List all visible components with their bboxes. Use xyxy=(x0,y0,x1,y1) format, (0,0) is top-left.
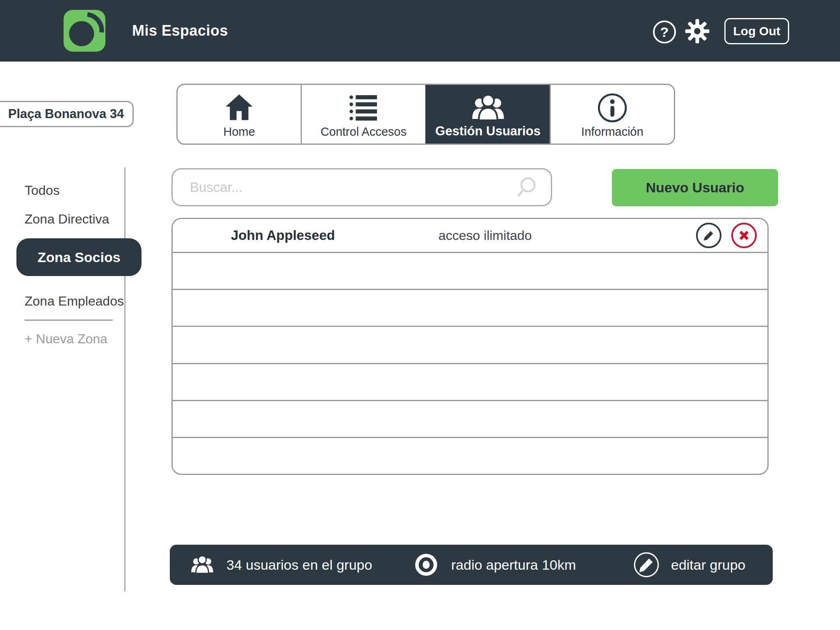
users-icon xyxy=(427,91,550,125)
x-icon xyxy=(736,227,752,244)
user-table: John Appleseed acceso ilimitado xyxy=(171,218,769,475)
table-row-empty xyxy=(173,252,767,289)
settings-gear-icon[interactable] xyxy=(684,18,710,44)
location-badge[interactable]: Plaça Bonanova 34 xyxy=(0,101,134,127)
user-name: John Appleseed xyxy=(231,228,335,243)
tab-control-accesos[interactable]: Control Accesos xyxy=(301,85,425,144)
table-row-empty xyxy=(173,437,767,474)
users-icon xyxy=(189,553,215,577)
table-row: John Appleseed acceso ilimitado xyxy=(173,219,767,252)
table-row-empty xyxy=(173,400,767,437)
tab-informacion[interactable]: Información xyxy=(550,85,674,144)
radius-label: radio apertura 10km xyxy=(451,557,576,573)
sidebar-item-zona-socios[interactable]: Zona Socios xyxy=(16,238,142,276)
tab-label: Control Accesos xyxy=(321,125,407,139)
list-icon xyxy=(302,91,425,125)
tab-home[interactable]: Home xyxy=(178,85,301,144)
tab-label: Información xyxy=(581,125,644,139)
tab-label: Gestión Usuarios xyxy=(435,124,541,139)
search-box xyxy=(171,168,552,206)
app-window: Mis Espacios ? Log Out Plaça Bona xyxy=(0,0,840,630)
group-users-count: 34 usuarios en el grupo xyxy=(189,545,372,585)
edit-pencil-icon xyxy=(633,552,660,578)
edit-user-button[interactable] xyxy=(696,223,721,248)
pencil-icon xyxy=(701,228,717,243)
table-row-empty xyxy=(173,326,767,363)
sidebar-item-todos[interactable]: Todos xyxy=(25,183,59,198)
help-icon[interactable]: ? xyxy=(653,21,676,43)
table-row-empty xyxy=(173,363,767,400)
sidebar-divider-line xyxy=(124,167,126,591)
edit-group-button[interactable]: editar grupo xyxy=(633,545,745,585)
search-input[interactable] xyxy=(173,169,515,205)
group-radius: radio apertura 10km xyxy=(413,545,576,585)
search-icon[interactable] xyxy=(515,175,540,200)
user-access: acceso ilimitado xyxy=(438,228,532,243)
info-icon xyxy=(551,91,674,125)
home-icon xyxy=(178,91,301,125)
tab-gestion-usuarios[interactable]: Gestión Usuarios xyxy=(425,85,550,144)
top-bar: Mis Espacios ? Log Out xyxy=(0,0,840,62)
logout-button[interactable]: Log Out xyxy=(724,18,789,44)
app-title: Mis Espacios xyxy=(132,0,228,62)
group-status-bar: 34 usuarios en el grupo radio apertura 1… xyxy=(170,545,773,585)
tab-bar: Home Control Accesos xyxy=(176,84,675,145)
new-user-button[interactable]: Nuevo Usuario xyxy=(612,169,778,206)
sidebar-item-zona-empleados[interactable]: Zona Empleados xyxy=(25,294,124,309)
new-zone-button[interactable]: + Nueva Zona xyxy=(25,331,107,347)
edit-group-label: editar grupo xyxy=(671,557,745,573)
delete-user-button[interactable] xyxy=(731,223,757,248)
users-count-label: 34 usuarios en el grupo xyxy=(226,557,372,573)
table-row-empty xyxy=(173,289,767,326)
sidebar-item-zona-directiva[interactable]: Zona Directiva xyxy=(25,212,109,227)
tab-label: Home xyxy=(223,125,255,139)
radius-target-icon xyxy=(413,551,440,578)
zone-list-divider xyxy=(25,320,113,321)
app-logo-icon xyxy=(64,10,105,52)
